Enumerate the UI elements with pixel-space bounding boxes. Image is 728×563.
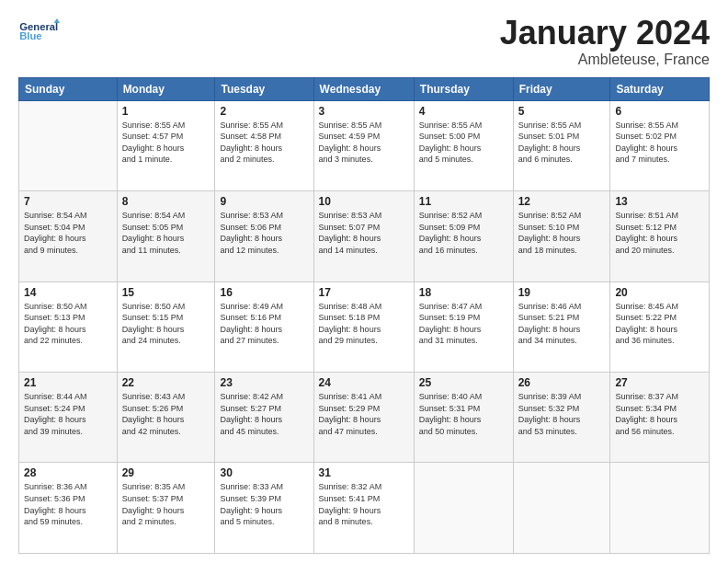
calendar-cell: 23Sunrise: 8:42 AMSunset: 5:27 PMDayligh… — [215, 373, 313, 463]
logo: General Blue — [18, 15, 64, 52]
col-friday: Friday — [513, 77, 610, 100]
calendar-cell: 31Sunrise: 8:32 AMSunset: 5:41 PMDayligh… — [313, 463, 414, 554]
day-number: 20 — [615, 286, 704, 299]
calendar-cell: 27Sunrise: 8:37 AMSunset: 5:34 PMDayligh… — [610, 373, 710, 463]
calendar-cell — [513, 463, 610, 554]
week-row-4: 28Sunrise: 8:36 AMSunset: 5:36 PMDayligh… — [19, 463, 710, 554]
day-number: 21 — [24, 376, 112, 389]
day-number: 25 — [419, 376, 508, 389]
day-info: Sunrise: 8:50 AMSunset: 5:15 PMDaylight:… — [122, 301, 210, 347]
calendar-cell: 22Sunrise: 8:43 AMSunset: 5:26 PMDayligh… — [117, 373, 215, 463]
col-sunday: Sunday — [19, 77, 118, 100]
day-number: 17 — [319, 286, 409, 299]
calendar-cell: 3Sunrise: 8:55 AMSunset: 4:59 PMDaylight… — [313, 100, 414, 190]
calendar-cell: 21Sunrise: 8:44 AMSunset: 5:24 PMDayligh… — [19, 373, 118, 463]
calendar-cell: 28Sunrise: 8:36 AMSunset: 5:36 PMDayligh… — [19, 463, 118, 554]
day-info: Sunrise: 8:51 AMSunset: 5:12 PMDaylight:… — [615, 210, 704, 256]
day-number: 24 — [319, 376, 409, 389]
day-info: Sunrise: 8:39 AMSunset: 5:32 PMDaylight:… — [518, 391, 606, 437]
day-number: 4 — [419, 105, 508, 118]
calendar-cell: 9Sunrise: 8:53 AMSunset: 5:06 PMDaylight… — [215, 191, 313, 282]
page: General Blue January 2024 Ambleteuse, Fr… — [0, 0, 728, 563]
calendar-cell: 5Sunrise: 8:55 AMSunset: 5:01 PMDaylight… — [513, 100, 610, 190]
calendar-cell — [19, 100, 118, 190]
day-info: Sunrise: 8:50 AMSunset: 5:13 PMDaylight:… — [24, 301, 112, 347]
calendar-cell: 1Sunrise: 8:55 AMSunset: 4:57 PMDaylight… — [117, 100, 215, 190]
svg-text:Blue: Blue — [19, 30, 41, 41]
calendar-cell: 6Sunrise: 8:55 AMSunset: 5:02 PMDaylight… — [610, 100, 710, 190]
week-row-3: 21Sunrise: 8:44 AMSunset: 5:24 PMDayligh… — [19, 373, 710, 463]
calendar-cell: 25Sunrise: 8:40 AMSunset: 5:31 PMDayligh… — [414, 373, 513, 463]
day-info: Sunrise: 8:47 AMSunset: 5:19 PMDaylight:… — [419, 301, 508, 347]
calendar-cell: 12Sunrise: 8:52 AMSunset: 5:10 PMDayligh… — [513, 191, 610, 282]
day-info: Sunrise: 8:54 AMSunset: 5:04 PMDaylight:… — [24, 210, 112, 256]
day-number: 10 — [319, 195, 409, 208]
day-info: Sunrise: 8:43 AMSunset: 5:26 PMDaylight:… — [122, 391, 210, 437]
day-number: 13 — [615, 195, 704, 208]
day-info: Sunrise: 8:41 AMSunset: 5:29 PMDaylight:… — [319, 391, 409, 437]
calendar-cell: 4Sunrise: 8:55 AMSunset: 5:00 PMDaylight… — [414, 100, 513, 190]
day-number: 26 — [518, 376, 606, 389]
day-number: 23 — [220, 376, 308, 389]
day-number: 16 — [220, 286, 308, 299]
day-info: Sunrise: 8:33 AMSunset: 5:39 PMDaylight:… — [220, 481, 308, 527]
calendar-cell: 7Sunrise: 8:54 AMSunset: 5:04 PMDaylight… — [19, 191, 118, 282]
day-number: 28 — [24, 466, 112, 479]
calendar-cell — [610, 463, 710, 554]
calendar-cell: 20Sunrise: 8:45 AMSunset: 5:22 PMDayligh… — [610, 282, 710, 372]
month-title: January 2024 — [500, 15, 710, 52]
calendar-cell: 24Sunrise: 8:41 AMSunset: 5:29 PMDayligh… — [313, 373, 414, 463]
day-number: 19 — [518, 286, 606, 299]
calendar-body: 1Sunrise: 8:55 AMSunset: 4:57 PMDaylight… — [19, 100, 710, 553]
week-row-0: 1Sunrise: 8:55 AMSunset: 4:57 PMDaylight… — [19, 100, 710, 190]
col-tuesday: Tuesday — [215, 77, 313, 100]
calendar-cell: 18Sunrise: 8:47 AMSunset: 5:19 PMDayligh… — [414, 282, 513, 372]
calendar-table: Sunday Monday Tuesday Wednesday Thursday… — [18, 77, 710, 554]
calendar-cell: 17Sunrise: 8:48 AMSunset: 5:18 PMDayligh… — [313, 282, 414, 372]
calendar-cell: 19Sunrise: 8:46 AMSunset: 5:21 PMDayligh… — [513, 282, 610, 372]
day-number: 5 — [518, 105, 606, 118]
calendar-cell: 26Sunrise: 8:39 AMSunset: 5:32 PMDayligh… — [513, 373, 610, 463]
day-info: Sunrise: 8:55 AMSunset: 4:59 PMDaylight:… — [319, 120, 409, 166]
calendar-cell: 10Sunrise: 8:53 AMSunset: 5:07 PMDayligh… — [313, 191, 414, 282]
col-saturday: Saturday — [610, 77, 710, 100]
week-row-2: 14Sunrise: 8:50 AMSunset: 5:13 PMDayligh… — [19, 282, 710, 372]
calendar-cell: 29Sunrise: 8:35 AMSunset: 5:37 PMDayligh… — [117, 463, 215, 554]
day-info: Sunrise: 8:32 AMSunset: 5:41 PMDaylight:… — [319, 481, 409, 527]
header: General Blue January 2024 Ambleteuse, Fr… — [18, 15, 710, 68]
day-number: 7 — [24, 195, 112, 208]
day-info: Sunrise: 8:44 AMSunset: 5:24 PMDaylight:… — [24, 391, 112, 437]
calendar-cell: 13Sunrise: 8:51 AMSunset: 5:12 PMDayligh… — [610, 191, 710, 282]
day-info: Sunrise: 8:36 AMSunset: 5:36 PMDaylight:… — [24, 481, 112, 527]
day-number: 8 — [122, 195, 210, 208]
day-info: Sunrise: 8:46 AMSunset: 5:21 PMDaylight:… — [518, 301, 606, 347]
header-row: Sunday Monday Tuesday Wednesday Thursday… — [19, 77, 710, 100]
calendar-cell: 8Sunrise: 8:54 AMSunset: 5:05 PMDaylight… — [117, 191, 215, 282]
calendar-cell: 2Sunrise: 8:55 AMSunset: 4:58 PMDaylight… — [215, 100, 313, 190]
title-block: January 2024 Ambleteuse, France — [500, 15, 710, 68]
calendar-cell — [414, 463, 513, 554]
day-info: Sunrise: 8:55 AMSunset: 4:57 PMDaylight:… — [122, 120, 210, 166]
day-info: Sunrise: 8:45 AMSunset: 5:22 PMDaylight:… — [615, 301, 704, 347]
day-number: 15 — [122, 286, 210, 299]
calendar-cell: 16Sunrise: 8:49 AMSunset: 5:16 PMDayligh… — [215, 282, 313, 372]
day-number: 27 — [615, 376, 704, 389]
day-number: 11 — [419, 195, 508, 208]
logo-svg: General Blue — [18, 15, 64, 52]
day-info: Sunrise: 8:55 AMSunset: 5:02 PMDaylight:… — [615, 120, 704, 166]
col-wednesday: Wednesday — [313, 77, 414, 100]
calendar-cell: 11Sunrise: 8:52 AMSunset: 5:09 PMDayligh… — [414, 191, 513, 282]
day-info: Sunrise: 8:52 AMSunset: 5:10 PMDaylight:… — [518, 210, 606, 256]
location-title: Ambleteuse, France — [500, 52, 710, 68]
day-info: Sunrise: 8:37 AMSunset: 5:34 PMDaylight:… — [615, 391, 704, 437]
day-number: 12 — [518, 195, 606, 208]
day-info: Sunrise: 8:55 AMSunset: 5:01 PMDaylight:… — [518, 120, 606, 166]
week-row-1: 7Sunrise: 8:54 AMSunset: 5:04 PMDaylight… — [19, 191, 710, 282]
day-info: Sunrise: 8:40 AMSunset: 5:31 PMDaylight:… — [419, 391, 508, 437]
calendar-cell: 15Sunrise: 8:50 AMSunset: 5:15 PMDayligh… — [117, 282, 215, 372]
day-number: 1 — [122, 105, 210, 118]
day-info: Sunrise: 8:48 AMSunset: 5:18 PMDaylight:… — [319, 301, 409, 347]
day-number: 14 — [24, 286, 112, 299]
day-info: Sunrise: 8:54 AMSunset: 5:05 PMDaylight:… — [122, 210, 210, 256]
day-number: 22 — [122, 376, 210, 389]
